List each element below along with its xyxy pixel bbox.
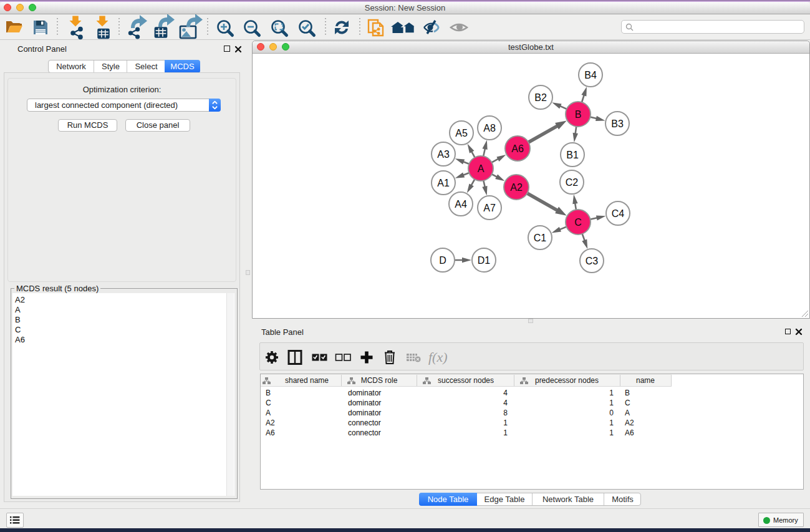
svg-text:B2: B2 [534,92,547,103]
svg-text:B4: B4 [584,70,597,80]
svg-text:A8: A8 [483,123,496,133]
svg-text:successor nodes: successor nodes [438,376,494,385]
svg-text:A6: A6 [511,143,524,154]
svg-text:f(x): f(x) [428,349,448,365]
svg-text:A3: A3 [437,149,450,160]
svg-text:C4: C4 [612,208,625,219]
svg-text:A: A [478,163,485,174]
svg-text:B3: B3 [611,118,624,129]
svg-text:A7: A7 [483,203,496,213]
svg-text:B: B [575,109,582,120]
svg-text:A5: A5 [455,128,468,138]
svg-text:D: D [439,255,446,266]
svg-text:C2: C2 [566,177,579,188]
svg-text:C1: C1 [534,233,547,243]
svg-text:MCDS role: MCDS role [361,376,398,385]
svg-text:A1: A1 [437,178,450,188]
svg-text:predecessor nodes: predecessor nodes [535,376,599,385]
svg-text:name: name [636,376,655,385]
svg-text:A4: A4 [455,199,467,210]
svg-text:C: C [574,217,582,228]
svg-text:B1: B1 [566,150,579,160]
svg-text:A2: A2 [510,182,523,193]
svg-text:D1: D1 [478,255,491,266]
svg-text:shared name: shared name [285,376,329,385]
svg-text:C3: C3 [586,256,599,266]
